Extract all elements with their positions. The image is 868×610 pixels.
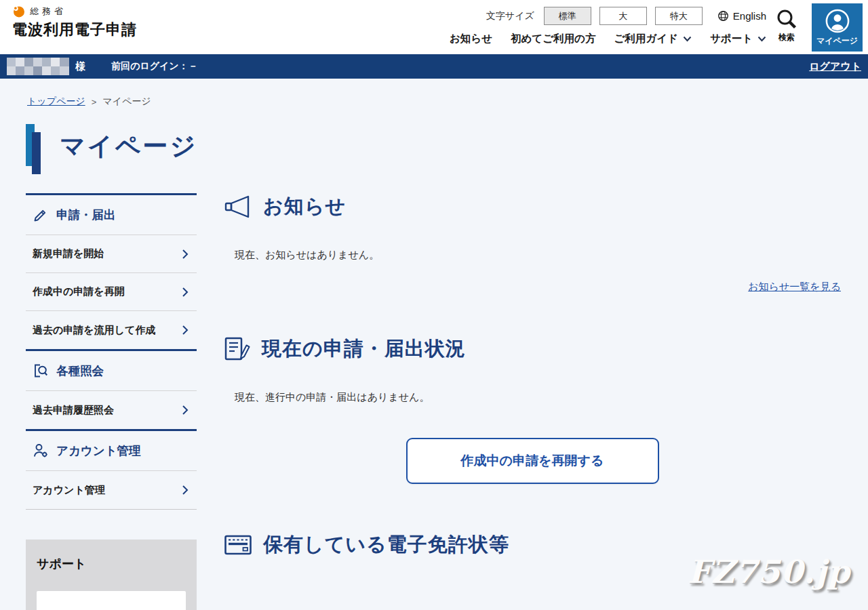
megaphone-icon — [224, 195, 252, 219]
breadcrumb-current: マイページ — [102, 96, 151, 108]
main-content: お知らせ 現在、お知らせはありません。 お知らせ一覧を見る 現在の申請・届出状況… — [224, 193, 841, 558]
search-document-icon — [33, 363, 49, 379]
user-circle-icon — [825, 9, 850, 33]
sidebar-item-account-management[interactable]: アカウント管理 — [26, 471, 197, 509]
page-title-block: マイページ — [26, 124, 868, 176]
account-gear-icon — [33, 443, 49, 459]
sidebar-section-inquiries-header: 各種照会 — [26, 351, 197, 391]
document-pencil-icon — [224, 336, 251, 362]
status-empty-message: 現在、進行中の申請・届出はありません。 — [235, 391, 841, 404]
support-box-title: サポート — [37, 556, 186, 572]
globe-icon — [717, 10, 729, 22]
site-logo[interactable]: 総務省 電波利用電子申請 — [12, 5, 137, 40]
status-section: 現在の申請・届出状況 現在、進行中の申請・届出はありません。 作成中の申請を再開… — [224, 336, 841, 484]
notice-empty-message: 現在、お知らせはありません。 — [235, 249, 841, 262]
nav-item-news[interactable]: お知らせ — [450, 32, 492, 46]
resume-application-button[interactable]: 作成中の申請を再開する — [406, 438, 659, 484]
notice-heading: お知らせ — [224, 193, 841, 220]
sidebar-section-applications: 申請・届出 新規申請を開始 作成中の申請を再開 過去の申請を流用して作成 — [26, 195, 197, 351]
breadcrumb-top-link[interactable]: トップページ — [27, 96, 85, 108]
page-title: マイページ — [60, 129, 197, 163]
language-link[interactable]: English — [717, 10, 766, 22]
chevron-right-icon — [182, 249, 189, 260]
title-accent-bar-dark — [32, 132, 41, 174]
mic-logo-icon — [12, 5, 26, 18]
sidebar-section-account: アカウント管理 アカウント管理 — [26, 431, 197, 510]
sidebar-section-inquiries: 各種照会 過去申請履歴照会 — [26, 351, 197, 431]
font-size-label: 文字サイズ — [486, 10, 534, 22]
censored-username — [7, 58, 69, 75]
mypage-label: マイページ — [816, 35, 858, 47]
search-button[interactable]: 検索 — [771, 8, 802, 43]
global-nav: お知らせ 初めてご利用の方 ご利用ガイド サポート — [450, 32, 766, 46]
notice-section: お知らせ 現在、お知らせはありません。 お知らせ一覧を見る — [224, 193, 841, 293]
site-header: 総務省 電波利用電子申請 文字サイズ 標準 大 特大 English お知らせ — [0, 0, 868, 54]
chevron-down-icon — [757, 36, 766, 42]
chevron-right-icon — [182, 405, 189, 415]
support-box: サポート — [26, 540, 197, 610]
mypage-button[interactable]: マイページ — [812, 3, 863, 52]
support-box-banner[interactable] — [37, 591, 186, 610]
sidebar-item-reuse-past-application[interactable]: 過去の申請を流用して作成 — [26, 311, 197, 349]
sidebar-item-resume-application[interactable]: 作成中の申請を再開 — [26, 273, 197, 311]
search-icon — [776, 8, 797, 30]
language-label: English — [733, 10, 766, 22]
sidebar-section-account-header: アカウント管理 — [26, 431, 197, 471]
font-size-controls: 文字サイズ 標準 大 特大 English — [486, 7, 766, 25]
watermark: FZ750.jp — [688, 553, 850, 590]
sidebar-section-applications-header: 申請・届出 — [26, 195, 197, 235]
license-card-icon — [224, 533, 252, 556]
sidebar-item-new-application[interactable]: 新規申請を開始 — [26, 235, 197, 273]
nav-item-support[interactable]: サポート — [710, 32, 766, 46]
logout-link[interactable]: ログアウト — [809, 60, 861, 73]
notice-list-link[interactable]: お知らせ一覧を見る — [748, 281, 841, 292]
chevron-right-icon — [182, 325, 189, 336]
user-honorific: 様 — [75, 60, 85, 73]
breadcrumb-separator: > — [92, 97, 97, 107]
user-bar: 様 前回のログイン：－ ログアウト — [0, 54, 868, 79]
last-login-text: 前回のログイン：－ — [111, 60, 198, 73]
status-heading: 現在の申請・届出状況 — [224, 336, 841, 363]
chevron-right-icon — [182, 485, 189, 495]
sidebar-item-past-application-history[interactable]: 過去申請履歴照会 — [26, 391, 197, 429]
chevron-right-icon — [182, 287, 189, 298]
nav-item-guide[interactable]: ご利用ガイド — [614, 32, 691, 46]
site-title[interactable]: 電波利用電子申請 — [12, 20, 137, 40]
chevron-down-icon — [683, 36, 692, 42]
font-size-large-button[interactable]: 大 — [599, 7, 647, 25]
font-size-standard-button[interactable]: 標準 — [544, 7, 591, 25]
agency-name: 総務省 — [30, 5, 66, 18]
font-size-xlarge-button[interactable]: 特大 — [655, 7, 703, 25]
search-label: 検索 — [778, 32, 795, 43]
pencil-icon — [33, 207, 49, 223]
breadcrumb: トップページ > マイページ — [0, 79, 868, 108]
nav-item-first-time[interactable]: 初めてご利用の方 — [511, 32, 595, 46]
sidebar: 申請・届出 新規申請を開始 作成中の申請を再開 過去の申請を流用して作成 — [26, 193, 197, 610]
